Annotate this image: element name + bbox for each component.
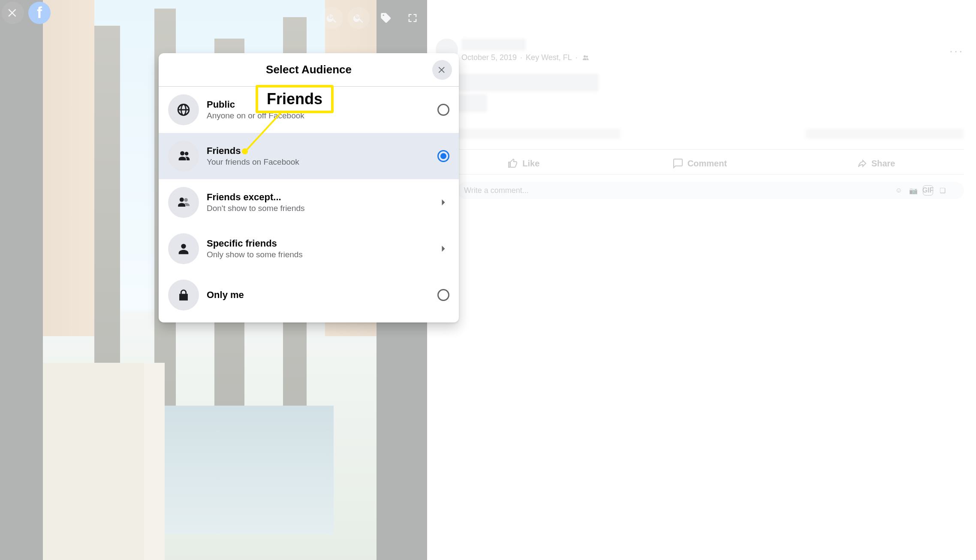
audience-option-specific-friends[interactable]: Specific friends Only show to some frien… <box>159 226 459 272</box>
audience-option-friends[interactable]: Friends Your friends on Facebook <box>159 133 459 179</box>
audience-option-only-me[interactable]: Only me <box>159 272 459 322</box>
radio-checked[interactable] <box>437 150 449 162</box>
person-icon <box>176 241 191 256</box>
audience-option-sub: Only show to some friends <box>207 250 430 259</box>
chevron-right-icon <box>437 243 449 255</box>
modal-overlay[interactable] <box>0 0 976 560</box>
radio-unchecked[interactable] <box>437 289 449 301</box>
audience-option-sub: Don't show to some friends <box>207 204 430 213</box>
chevron-right-icon <box>437 196 449 208</box>
audience-option-title: Specific friends <box>207 238 430 249</box>
modal-close-button[interactable] <box>432 60 452 80</box>
friends-icon <box>176 149 191 163</box>
audience-option-title: Only me <box>207 289 430 301</box>
audience-option-sub: Your friends on Facebook <box>207 157 430 167</box>
close-icon <box>437 65 447 75</box>
modal-title: Select Audience <box>266 63 352 76</box>
modal-header: Select Audience <box>159 53 459 87</box>
audience-option-title: Friends except... <box>207 192 430 203</box>
globe-icon <box>176 102 191 117</box>
friends-minus-icon <box>176 195 191 210</box>
radio-unchecked[interactable] <box>437 104 449 116</box>
annotation-dot <box>242 148 248 154</box>
audience-option-title: Friends <box>207 145 430 157</box>
lock-icon <box>176 288 191 302</box>
audience-option-friends-except[interactable]: Friends except... Don't show to some fri… <box>159 179 459 226</box>
annotation-callout: Friends <box>256 85 334 113</box>
